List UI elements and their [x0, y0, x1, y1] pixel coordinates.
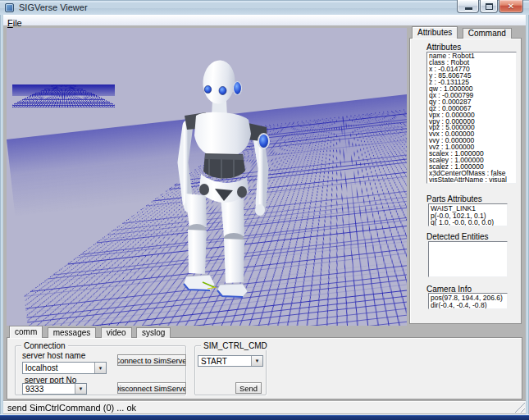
tab-syslog[interactable]: syslog [136, 327, 171, 338]
robot-head [202, 59, 242, 105]
minimize-button[interactable] [457, 0, 479, 13]
window-title: SIGVerse Viewer [19, 0, 88, 15]
tab-messages[interactable]: messages [48, 327, 97, 338]
attributes-list[interactable]: name : Robot1class : Robotx : -0.014770y… [426, 52, 517, 184]
comm-tab-panel: Connection server host name localhost ▼ … [7, 337, 522, 399]
server-host-label: server host name [22, 351, 85, 360]
titlebar[interactable]: SIGVerse Viewer ✕ [0, 0, 529, 15]
robot-eye-left [204, 85, 211, 93]
sim-ctrl-cmd-combobox[interactable]: START ▼ [198, 355, 263, 367]
window-controls: ✕ [457, 0, 523, 13]
dropdown-arrow-icon[interactable]: ▼ [251, 356, 262, 366]
minimize-icon [465, 7, 472, 10]
connection-group-label: Connection [21, 341, 68, 350]
sim-ctrl-cmd-value: START [198, 356, 251, 366]
bottom-panel: comm messages video syslog Connection se… [7, 326, 522, 399]
status-bar: send SimCtrlCommand (0) ... ok [3, 400, 526, 413]
robot-legs [184, 194, 248, 297]
right-panel-tabs: Attributes Command [409, 26, 522, 38]
robot-figure [176, 57, 279, 303]
3d-viewport[interactable] [7, 28, 407, 326]
robot-eye-right [219, 87, 226, 95]
bottom-panel-tabs: comm messages video syslog [7, 326, 522, 337]
sim-ctrl-group-label: SIM_CTRL_CMD [201, 341, 270, 350]
tab-attributes[interactable]: Attributes [412, 26, 458, 39]
tab-comm[interactable]: comm [9, 326, 43, 338]
connection-groupbox: Connection server host name localhost ▼ … [15, 345, 186, 395]
sim-ctrl-groupbox: SIM_CTRL_CMD START ▼ Send [194, 345, 267, 395]
server-host-combobox[interactable]: localhost ▼ [22, 362, 107, 374]
server-port-value: 9333 [23, 384, 75, 394]
menubar: File [2, 15, 527, 25]
tab-video[interactable]: video [101, 327, 132, 338]
close-button[interactable]: ✕ [499, 0, 523, 13]
detected-entities-label: Detected Entities [426, 232, 489, 241]
tab-command[interactable]: Command [463, 28, 512, 39]
window-border-left [0, 15, 3, 414]
window-border-bottom [0, 414, 529, 420]
distant-grid [12, 84, 115, 107]
list-line: dir(-0.4, -0.4, -0.8) [431, 302, 507, 309]
robot-ear [234, 82, 242, 95]
server-port-combobox[interactable]: 9333 ▼ [22, 383, 87, 395]
connect-button[interactable]: Connect to SimServer [117, 354, 186, 366]
parts-attributes-label: Parts Attributes [426, 194, 482, 203]
right-panel: Attributes Command Attributes name : Rob… [409, 26, 522, 324]
status-text: send SimCtrlCommand (0) ... ok [7, 402, 136, 413]
window-border-right [526, 15, 529, 414]
detected-entities-list[interactable] [428, 241, 508, 277]
resize-grip[interactable] [514, 402, 525, 413]
disconnect-button[interactable]: Disconnect SimServer [117, 382, 186, 394]
camera-info-list[interactable]: pos(97.8, 194.4, 206.6)dir(-0.4, -0.4, -… [428, 293, 508, 309]
parts-attributes-list[interactable]: WAIST_LINK1p(-0.0, 102.1, 0.1)q( 1.0, -0… [428, 203, 508, 226]
list-line: visStateAttrName : visual [429, 177, 516, 184]
attributes-tab-panel: Attributes name : Robot1class : Robotx :… [409, 38, 522, 324]
shoulder-disc [259, 135, 268, 148]
send-button[interactable]: Send [235, 382, 262, 394]
maximize-icon [486, 3, 493, 10]
dropdown-arrow-icon[interactable]: ▼ [94, 363, 106, 373]
close-icon: ✕ [499, 1, 522, 12]
app-icon [5, 3, 14, 12]
maximize-button[interactable] [480, 0, 498, 13]
list-line: q( 1.0, -0.0, 0.0, 0.0) [431, 219, 507, 226]
attributes-section-label: Attributes [426, 43, 461, 52]
server-host-value: localhost [23, 363, 94, 373]
dropdown-arrow-icon[interactable]: ▼ [75, 384, 86, 394]
